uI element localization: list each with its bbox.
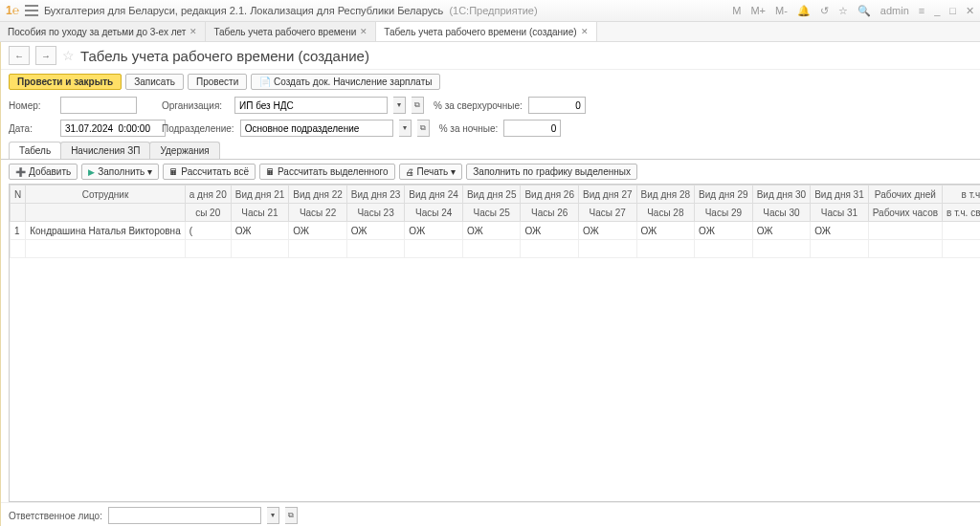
window-tab[interactable]: Табель учета рабочего времени✕ — [206, 22, 376, 41]
grid-cell[interactable]: ОЖ — [579, 222, 637, 240]
grid-cell[interactable]: ОЖ — [346, 222, 405, 240]
dep-field[interactable] — [240, 120, 393, 137]
grid-header — [11, 204, 26, 222]
grid-header: Часы 24 — [405, 204, 463, 222]
print-button[interactable]: 🖨Печать ▾ — [399, 164, 463, 180]
grid-cell[interactable]: ОЖ — [405, 222, 463, 240]
post-and-close-button[interactable]: Провести и закрыть — [9, 74, 122, 90]
org-open-icon[interactable]: ⧉ — [412, 97, 424, 114]
grid-header: Вид дня 22 — [289, 186, 347, 204]
dep-open-icon[interactable]: ⧉ — [417, 120, 430, 137]
grid-header: в т.ч. сверхурочных часов — [943, 204, 980, 222]
grid-header: Часы 22 — [289, 204, 347, 222]
grid-header: Часы 31 — [811, 204, 869, 222]
tab-close-icon[interactable]: ✕ — [360, 27, 368, 36]
grid-cell[interactable]: 1 — [11, 222, 26, 240]
grid-header: Часы 27 — [579, 204, 637, 222]
grid-cell[interactable]: Кондрашина Наталья Викторовна — [26, 222, 185, 240]
grid-cell[interactable] — [185, 240, 231, 258]
grid-cell[interactable] — [636, 240, 695, 258]
grid-cell[interactable] — [695, 240, 753, 258]
close-icon[interactable]: ✕ — [966, 5, 974, 17]
grid-cell[interactable]: ( — [185, 222, 231, 240]
maximize-icon[interactable]: □ — [949, 5, 956, 16]
grid-header: Часы 28 — [636, 204, 695, 222]
grid-cell[interactable] — [462, 240, 521, 258]
grid-cell[interactable]: ОЖ — [752, 222, 811, 240]
number-field[interactable] — [60, 97, 137, 114]
window-tab[interactable]: Табель учета рабочего времени (создание)… — [376, 22, 596, 41]
grid-cell[interactable] — [752, 240, 811, 258]
tab-close-icon[interactable]: ✕ — [189, 27, 197, 36]
grid-header: Вид дня 24 — [405, 186, 463, 204]
grid-header: Вид дня 25 — [462, 186, 521, 204]
grid-cell[interactable]: ОЖ — [636, 222, 695, 240]
recalc-selected-button[interactable]: 🖩Рассчитать выделенного — [259, 164, 395, 180]
fill-button[interactable]: ▶Заполнить ▾ — [81, 164, 159, 180]
favorite-star-icon[interactable]: ☆ — [62, 48, 75, 63]
search-icon[interactable]: 🔍 — [858, 5, 871, 17]
nav-fwd-button[interactable]: → — [35, 46, 56, 65]
timesheet-grid[interactable]: NСотрудника дня 20Вид дня 21Вид дня 22Ви… — [9, 184, 980, 502]
recalc-all-button[interactable]: 🖩Рассчитать всё — [163, 164, 256, 180]
org-dropdown-icon[interactable]: ▾ — [393, 97, 406, 114]
grid-header: Вид дня 27 — [579, 186, 637, 204]
grid-cell[interactable]: ОЖ — [231, 222, 289, 240]
memory-m-icon[interactable]: M — [732, 5, 741, 16]
org-field[interactable] — [234, 97, 388, 114]
responsible-field[interactable] — [108, 507, 261, 524]
window-tab[interactable]: Пособия по уходу за детьми до 3-ех лет✕ — [0, 22, 206, 41]
date-label: Дата: — [9, 123, 55, 134]
grid-cell[interactable] — [943, 222, 980, 240]
grid-cell[interactable] — [289, 240, 347, 258]
grid-cell[interactable]: ОЖ — [462, 222, 521, 240]
grid-cell[interactable] — [868, 240, 942, 258]
responsible-dropdown-icon[interactable]: ▾ — [267, 507, 279, 524]
grid-header: Вид дня 23 — [346, 186, 405, 204]
grid-cell[interactable] — [26, 240, 185, 258]
grid-header: Вид дня 31 — [811, 186, 869, 204]
memory-mminus-icon[interactable]: M- — [775, 5, 788, 16]
grid-cell[interactable] — [868, 222, 942, 240]
overtime-field[interactable] — [528, 97, 586, 114]
grid-cell[interactable]: ОЖ — [811, 222, 869, 240]
write-button[interactable]: Записать — [125, 74, 184, 90]
grid-cell[interactable] — [943, 240, 980, 258]
responsible-open-icon[interactable]: ⧉ — [285, 507, 298, 524]
grid-cell[interactable] — [811, 240, 869, 258]
create-doc-button[interactable]: 📄 Создать док. Начисление зарплаты — [251, 74, 440, 90]
grid-header: Рабочих дней — [868, 186, 942, 204]
night-label: % за ночные: — [439, 123, 499, 134]
settings-icon[interactable]: ≡ — [919, 5, 924, 16]
memory-mplus-icon[interactable]: M+ — [750, 5, 766, 16]
inner-tab[interactable]: Табель — [9, 142, 61, 159]
dep-dropdown-icon[interactable]: ▾ — [399, 120, 412, 137]
tab-close-icon[interactable]: ✕ — [581, 27, 589, 36]
grid-header: Вид дня 21 — [231, 186, 289, 204]
fill-schedule-button[interactable]: Заполнить по графику выделенных — [466, 164, 637, 180]
nav-back-button[interactable]: ← — [9, 46, 30, 65]
grid-cell[interactable] — [579, 240, 637, 258]
grid-cell[interactable] — [405, 240, 463, 258]
minimize-icon[interactable]: _ — [934, 5, 940, 16]
grid-cell[interactable]: ОЖ — [289, 222, 347, 240]
date-field[interactable] — [60, 120, 166, 137]
bell-icon[interactable]: 🔔 — [797, 5, 811, 17]
inner-tab[interactable]: Удержания — [149, 142, 219, 159]
grid-header: Часы 21 — [231, 204, 289, 222]
user-name[interactable]: admin — [880, 5, 909, 16]
add-row-button[interactable]: ➕Добавить — [9, 164, 78, 180]
history-icon[interactable]: ↺ — [820, 5, 829, 17]
menu-burger-icon[interactable] — [25, 5, 38, 16]
grid-header: в т.ч. ночных часов — [943, 186, 980, 204]
inner-tab[interactable]: Начисления ЗП — [60, 142, 150, 159]
grid-cell[interactable] — [231, 240, 289, 258]
grid-cell[interactable]: ОЖ — [695, 222, 753, 240]
grid-cell[interactable] — [521, 240, 579, 258]
grid-cell[interactable] — [11, 240, 26, 258]
star-icon[interactable]: ☆ — [838, 5, 848, 17]
night-field[interactable] — [503, 120, 561, 137]
grid-cell[interactable]: ОЖ — [521, 222, 579, 240]
grid-cell[interactable] — [346, 240, 405, 258]
post-button[interactable]: Провести — [188, 74, 247, 90]
